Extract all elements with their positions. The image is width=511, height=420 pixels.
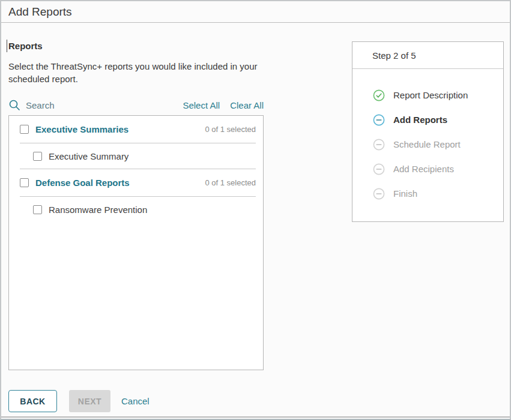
step-label: Add Recipients [393, 164, 454, 174]
wizard-step-panel: Step 2 of 5 Report Description [352, 41, 504, 222]
next-button[interactable]: NEXT [69, 390, 110, 412]
report-group-row: Executive Summaries 0 of 1 selected [9, 116, 263, 143]
bulk-select-links: Select All Clear All [183, 100, 264, 110]
step-item-report-description: Report Description [352, 83, 503, 107]
group-label[interactable]: Executive Summaries [35, 124, 129, 134]
step-complete-icon [373, 89, 385, 101]
report-label[interactable]: Ransomware Prevention [49, 205, 147, 215]
report-group-row: Defense Goal Reports 0 of 1 selected [9, 169, 263, 196]
reports-section-heading: Reports [8, 41, 43, 51]
reports-section-description: Select the ThreatSync+ reports you would… [8, 60, 262, 85]
step-item-add-recipients: Add Recipients [352, 157, 503, 181]
step-item-finish: Finish [352, 181, 503, 206]
report-checkbox-executive-summary[interactable] [33, 152, 42, 161]
step-item-add-reports: Add Reports [352, 107, 503, 132]
group-label[interactable]: Defense Goal Reports [35, 178, 130, 188]
page-header: Add Reports [1, 1, 510, 23]
step-label: Finish [393, 188, 417, 199]
step-pending-icon [373, 163, 385, 175]
step-label: Add Reports [393, 115, 447, 125]
back-button[interactable]: BACK [8, 390, 57, 412]
step-list: Report Description Add Reports [352, 69, 503, 206]
page-title: Add Reports [8, 5, 72, 19]
group-checkbox-executive-summaries[interactable] [20, 125, 29, 134]
add-reports-wizard-page: Add Reports Reports Select the ThreatSyn… [0, 0, 511, 420]
step-label: Schedule Report [393, 139, 461, 149]
clear-all-link[interactable]: Clear All [230, 100, 264, 110]
search-icon [8, 99, 20, 111]
bottom-divider [1, 416, 510, 418]
step-label: Report Description [393, 90, 468, 100]
group-checkbox-defense-goal-reports[interactable] [20, 178, 29, 187]
group-selected-count: 0 of 1 selected [205, 178, 256, 187]
report-label[interactable]: Executive Summary [49, 151, 129, 161]
step-item-schedule-report: Schedule Report [352, 132, 503, 157]
search-toggle[interactable]: Search [8, 99, 55, 111]
step-current-icon [373, 114, 385, 126]
search-label: Search [26, 100, 55, 110]
select-all-link[interactable]: Select All [183, 100, 220, 110]
report-list-toolbar: Search Select All Clear All [8, 98, 264, 112]
report-row: Ransomware Prevention [9, 197, 263, 222]
report-row: Executive Summary [9, 143, 263, 169]
cancel-link[interactable]: Cancel [121, 390, 150, 412]
step-counter: Step 2 of 5 [352, 42, 503, 69]
report-checkbox-ransomware-prevention[interactable] [33, 205, 42, 214]
report-list: Executive Summaries 0 of 1 selected Exec… [8, 115, 264, 370]
step-pending-icon [373, 188, 385, 200]
group-selected-count: 0 of 1 selected [205, 125, 256, 134]
step-pending-icon [373, 139, 385, 151]
text-cursor [7, 40, 7, 52]
